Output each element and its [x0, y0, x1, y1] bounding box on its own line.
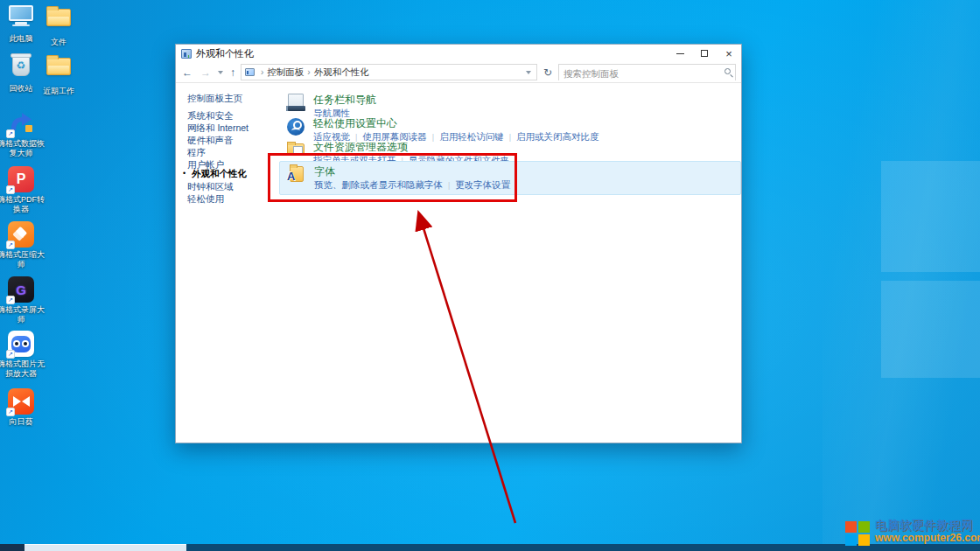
shortcut-arrow-icon	[6, 129, 15, 138]
search-input[interactable]	[559, 66, 735, 81]
maximize-button[interactable]	[692, 45, 717, 62]
breadcrumb[interactable]: › 控制面板 › 外观和个性化	[241, 64, 537, 80]
folder-icon	[46, 9, 72, 35]
desktop-icon-label: 嗨格式压缩大师	[0, 250, 46, 269]
sidebar-item-clock[interactable]: 时钟和区域	[187, 181, 234, 193]
sidebar-item-system[interactable]: 系统和安全	[187, 110, 234, 122]
desktop-icon-files[interactable]: 文件	[34, 3, 83, 47]
up-button[interactable]: ↑	[228, 67, 238, 78]
recent-locations-dropdown-icon[interactable]	[218, 71, 223, 74]
desktop-icon-recent-work[interactable]: 近期工作	[34, 52, 83, 96]
chevron-icon: ›	[261, 67, 263, 77]
selected-bullet-icon: •	[183, 169, 186, 178]
desktop-icon-data-recovery[interactable]: 嗨格式数据恢复大师	[0, 110, 46, 158]
search-icon	[724, 68, 731, 74]
applet-title-link[interactable]: 文件资源管理器选项	[313, 141, 509, 153]
address-bar: ← → ↑ › 控制面板 › 外观和个性化	[176, 62, 741, 83]
maximize-icon	[701, 50, 708, 57]
ease-of-access-icon	[286, 117, 305, 136]
control-panel-window: 外观和个性化 ← → ↑ › 控制面板 › 外观和个性化 控制面板主页 系统和安…	[175, 44, 742, 443]
screen-recorder-app-icon	[8, 276, 34, 303]
wallpaper-light-beam	[822, 0, 980, 551]
desktop-icon-compressor[interactable]: 嗨格式压缩大师	[0, 221, 46, 269]
sidebar-item-appearance-selected[interactable]: 外观和个性化	[192, 168, 247, 180]
search-box[interactable]	[558, 64, 736, 80]
image-upscaler-app-icon	[8, 331, 34, 357]
shortcut-arrow-icon	[6, 350, 15, 359]
desktop-icon-label: 向日葵	[0, 417, 46, 427]
desktop-icon-label: 近期工作	[34, 87, 83, 96]
minimize-icon	[676, 53, 684, 54]
desktop-icon-sunflower[interactable]: 向日葵	[0, 388, 46, 427]
breadcrumb-dropdown-icon[interactable]	[526, 71, 531, 74]
desktop-icon-label: 嗨格式录屏大师	[0, 305, 46, 324]
close-icon	[725, 45, 732, 61]
forward-button[interactable]: →	[198, 67, 214, 78]
sidebar-item-home[interactable]: 控制面板主页	[187, 93, 242, 105]
window-body: 控制面板主页 系统和安全 网络和 Internet 硬件和声音 程序 用户帐户 …	[176, 84, 741, 443]
window-title: 外观和个性化	[196, 47, 254, 60]
data-recovery-app-icon	[8, 110, 34, 136]
desktop-icon-label: 嗨格式图片无损放大器	[0, 359, 46, 379]
desktop-icon-label: 文件	[34, 38, 83, 47]
recycle-bin-icon	[8, 55, 34, 81]
pdf-converter-app-icon	[8, 166, 34, 192]
window-icon	[181, 49, 192, 59]
shortcut-arrow-icon	[6, 241, 15, 249]
desktop-icon-pdf-converter[interactable]: 嗨格式PDF转换器	[0, 166, 46, 214]
taskbar-edge	[0, 544, 980, 551]
sidebar-item-ease[interactable]: 轻松使用	[187, 193, 224, 206]
shortcut-arrow-icon	[6, 185, 15, 194]
applet-title-link[interactable]: 任务栏和导航	[313, 94, 376, 106]
start-button-edge[interactable]	[0, 544, 24, 551]
refresh-button[interactable]	[540, 66, 556, 79]
shortcut-arrow-icon	[6, 296, 15, 304]
compressor-app-icon	[8, 221, 34, 248]
desktop-icon-image-upscaler[interactable]: 嗨格式图片无损放大器	[0, 331, 46, 379]
windows-logo-icon	[845, 521, 870, 546]
desktop-icon-label: 嗨格式数据恢复大师	[0, 139, 46, 158]
shortcut-arrow-icon	[6, 408, 15, 416]
control-panel-icon	[245, 68, 255, 76]
watermark-site-name: 电脑软硬件教程网	[875, 520, 980, 532]
watermark-site-url: www.computer26.com	[875, 532, 980, 544]
breadcrumb-root[interactable]: 控制面板	[267, 66, 304, 79]
back-button[interactable]: ←	[179, 67, 195, 78]
highlight-rectangle	[268, 153, 517, 202]
applet-title-link[interactable]: 轻松使用设置中心	[313, 117, 599, 129]
folder-icon	[46, 58, 72, 84]
desktop-icon-screen-recorder[interactable]: 嗨格式录屏大师	[0, 276, 46, 324]
sidebar-item-programs[interactable]: 程序	[187, 147, 206, 159]
sidebar-item-network[interactable]: 网络和 Internet	[187, 122, 248, 135]
minimize-button[interactable]	[668, 45, 692, 62]
desktop: { "desktop": { "icons": [ { "id": "this-…	[0, 0, 980, 551]
this-pc-icon	[8, 5, 34, 31]
breadcrumb-current[interactable]: 外观和个性化	[314, 66, 369, 79]
taskbar-navigation-icon	[286, 94, 305, 113]
sunflower-app-icon	[8, 388, 34, 415]
desktop-icon-label: 嗨格式PDF转换器	[0, 195, 46, 214]
chevron-icon: ›	[307, 67, 310, 77]
sidebar-item-hardware[interactable]: 硬件和声音	[187, 135, 234, 147]
site-watermark: 电脑软硬件教程网 www.computer26.com	[845, 520, 980, 546]
taskbar-app-button-edge[interactable]	[24, 544, 186, 551]
close-button[interactable]	[717, 45, 741, 62]
title-bar[interactable]: 外观和个性化	[176, 45, 741, 62]
